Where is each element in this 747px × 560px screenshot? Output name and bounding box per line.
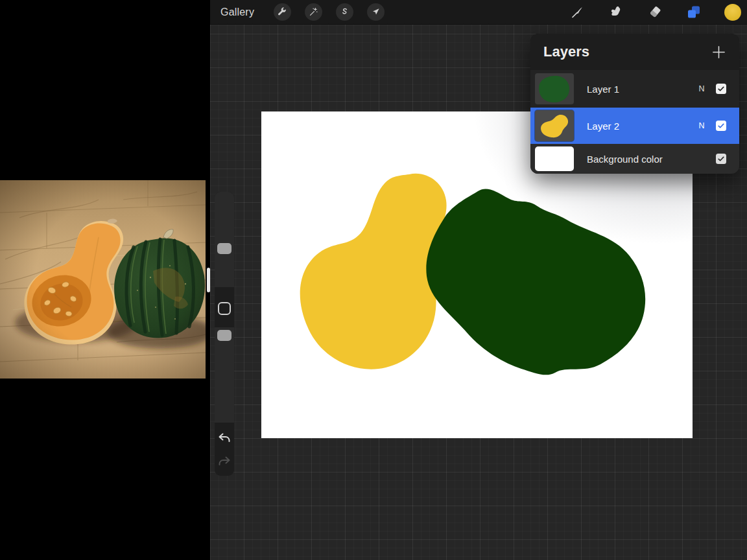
layer1-green-blob-thumb xyxy=(535,73,574,104)
redo-button[interactable] xyxy=(217,456,231,469)
check-icon xyxy=(717,155,725,163)
redo-arrow-icon xyxy=(217,456,231,469)
layers-panel: Layers Layer 1 N Layer 2 N xyxy=(530,34,739,174)
layer-row-background-color[interactable]: Background color xyxy=(530,144,739,174)
background-visibility-checkbox[interactable] xyxy=(716,154,726,164)
dark-green-squash-blob xyxy=(426,189,645,375)
adjustments-button[interactable] xyxy=(305,3,322,21)
sidebar-toolbar xyxy=(215,192,234,476)
split-view-left-pane xyxy=(0,0,210,560)
layers-panel-title: Layers xyxy=(543,43,589,60)
layer2-name: Layer 2 xyxy=(587,121,698,132)
eraser-icon xyxy=(647,5,663,20)
layer2-yellow-blob-thumb xyxy=(535,110,574,141)
layers-panel-header: Layers xyxy=(530,34,739,70)
background-color-thumbnail[interactable] xyxy=(535,146,574,171)
smudge-button[interactable] xyxy=(608,4,624,21)
layer-row-layer1[interactable]: Layer 1 N xyxy=(530,70,739,108)
brush-opacity-handle[interactable] xyxy=(217,330,231,341)
gallery-button[interactable]: Gallery xyxy=(220,6,254,18)
magic-wand-icon xyxy=(309,7,318,17)
paint-button[interactable] xyxy=(569,4,586,21)
layer2-blend-mode[interactable]: N xyxy=(698,121,706,130)
undo-button[interactable] xyxy=(217,432,231,445)
transform-arrow-icon xyxy=(371,7,381,17)
brush-size-slider[interactable] xyxy=(215,192,234,287)
reference-photo-squash xyxy=(0,180,206,379)
selection-button[interactable] xyxy=(336,3,353,21)
selection-s-icon xyxy=(340,7,350,17)
yellow-squash-blob xyxy=(300,174,447,369)
check-icon xyxy=(717,122,725,130)
undo-arrow-icon xyxy=(217,432,231,445)
modify-button[interactable] xyxy=(218,302,231,315)
layer1-name: Layer 1 xyxy=(587,84,698,95)
layer2-thumbnail[interactable] xyxy=(535,110,574,141)
layer1-visibility-checkbox[interactable] xyxy=(716,84,726,94)
layer2-visibility-checkbox[interactable] xyxy=(716,121,726,131)
plus-icon xyxy=(711,45,726,60)
brush-opacity-slider[interactable] xyxy=(215,327,234,423)
transform-button[interactable] xyxy=(367,3,385,21)
brush-size-handle[interactable] xyxy=(217,243,231,254)
color-circle-icon xyxy=(724,4,741,21)
wrench-icon xyxy=(278,7,287,17)
background-color-name: Background color xyxy=(587,154,716,165)
layer1-blend-mode[interactable]: N xyxy=(698,84,706,93)
erase-button[interactable] xyxy=(646,4,663,21)
add-layer-button[interactable] xyxy=(711,44,726,60)
layer-row-layer2-selected[interactable]: Layer 2 N xyxy=(530,108,739,144)
layers-button[interactable] xyxy=(685,4,702,21)
brush-icon xyxy=(569,5,585,20)
color-button[interactable] xyxy=(724,4,741,21)
top-toolbar: Gallery xyxy=(210,0,747,25)
smudge-finger-icon xyxy=(608,5,624,20)
split-view-divider-handle[interactable] xyxy=(207,268,210,292)
check-icon xyxy=(717,85,725,93)
layer1-thumbnail[interactable] xyxy=(535,73,574,104)
actions-button[interactable] xyxy=(274,3,291,21)
layers-stack-icon xyxy=(686,5,702,20)
